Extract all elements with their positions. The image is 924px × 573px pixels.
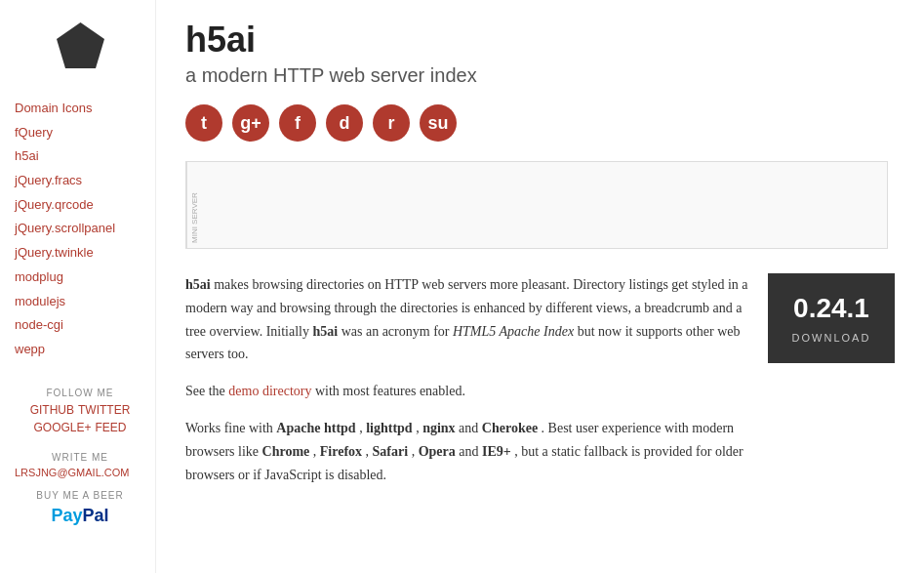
googleplus-icon[interactable]: g+ — [232, 104, 269, 142]
follow-link-twitter[interactable]: TWITTER — [78, 403, 130, 417]
p2-text1: See the — [185, 384, 228, 398]
follow-link-feed[interactable]: FEED — [96, 421, 127, 434]
download-label: DOWNLOAD — [792, 332, 871, 344]
p3-sep1: , — [313, 444, 320, 459]
p3-text1: Works fine with — [185, 421, 276, 435]
facebook-icon[interactable]: f — [279, 104, 316, 142]
p3-sep2: , — [366, 444, 373, 459]
nav-item: jQuery.twinkle — [15, 241, 145, 266]
subtitle: a modern HTTP web server index — [185, 64, 895, 87]
apache-bold: Apache httpd — [276, 421, 355, 435]
nav-link-jquery-fracs[interactable]: jQuery.fracs — [15, 173, 82, 187]
opera-bold: Opera — [419, 444, 456, 459]
beer-label: BUY ME A BEER — [15, 490, 145, 501]
html5-apache-index: HTML5 Apache Index — [453, 324, 574, 339]
paypal-button[interactable]: PayPal — [15, 506, 145, 526]
nav-item: Domain Icons — [15, 97, 145, 121]
delicious-icon[interactable]: d — [326, 104, 363, 142]
chrome-bold: Chrome — [262, 444, 310, 459]
nav-item: jQuery.scrollpanel — [15, 217, 145, 241]
social-icons-row: tg+fdrsu — [185, 104, 895, 142]
paragraph1: h5ai makes browsing directories on HTTP … — [185, 273, 748, 366]
paypal-logo: PayPal — [51, 506, 108, 526]
reddit-icon[interactable]: r — [373, 104, 410, 142]
nav-link-domain-icons[interactable]: Domain Icons — [15, 101, 92, 115]
nav-link-modulejs[interactable]: modulejs — [15, 294, 65, 308]
nav-item: jQuery.fracs — [15, 169, 145, 193]
nginx-bold: nginx — [422, 421, 455, 435]
nav-link-modplug[interactable]: modplug — [15, 269, 63, 284]
pentagon-icon — [54, 20, 107, 73]
nav-link-jquery-qrcode[interactable]: jQuery.qrcode — [15, 197, 94, 212]
nav-item: node-cgi — [15, 313, 145, 338]
lighttpd-bold: lighttpd — [366, 421, 412, 435]
nav-link-h5ai[interactable]: h5ai — [15, 148, 39, 163]
content-text: h5ai makes browsing directories on HTTP … — [185, 273, 748, 500]
safari-bold: Safari — [373, 444, 409, 459]
firefox-bold: Firefox — [320, 444, 362, 459]
p1-text2: was an acronym for — [341, 324, 453, 339]
stumbleupon-icon[interactable]: su — [420, 104, 457, 142]
follow-link-google+[interactable]: GOOGLE+ — [33, 421, 91, 434]
follow-link-github[interactable]: GITHUB — [30, 403, 74, 417]
nav-links: Domain IconsfQueryh5aijQuery.fracsjQuery… — [15, 97, 145, 362]
download-box[interactable]: 0.24.1 DOWNLOAD — [768, 273, 895, 363]
content-body: h5ai makes browsing directories on HTTP … — [185, 273, 895, 500]
nav-link-fquery[interactable]: fQuery — [15, 125, 53, 140]
p2-text2: with most features enabled. — [315, 384, 465, 398]
nav-link-jquery-scrollpanel[interactable]: jQuery.scrollpanel — [15, 221, 115, 235]
download-version: 0.24.1 — [793, 293, 869, 324]
sidebar: Domain IconsfQueryh5aijQuery.fracsjQuery… — [0, 0, 156, 573]
nav-link-jquery-twinkle[interactable]: jQuery.twinkle — [15, 245, 94, 260]
main-content: h5ai a modern HTTP web server index tg+f… — [156, 0, 924, 573]
nav-item: modulejs — [15, 290, 145, 314]
nav-item: modplug — [15, 266, 145, 290]
nav-item: wepp — [15, 338, 145, 362]
p3-and2: and — [459, 444, 482, 459]
nav-link-wepp[interactable]: wepp — [15, 342, 45, 356]
follow-links: GITHUB TWITTER GOOGLE+ FEED — [15, 403, 145, 434]
p3-and: and — [459, 421, 482, 435]
nav-item: fQuery — [15, 121, 145, 145]
p3-sep3: , — [412, 444, 419, 459]
nav-link-node-cgi[interactable]: node-cgi — [15, 317, 63, 332]
ie9-bold: IE9+ — [482, 444, 511, 459]
paragraph2: See the demo directory with most feature… — [185, 380, 748, 403]
twitter-icon[interactable]: t — [185, 104, 222, 142]
paragraph3: Works fine with Apache httpd , lighttpd … — [185, 417, 748, 486]
cherokee-bold: Cherokee — [482, 421, 538, 435]
preview-label: MINI SERVER — [186, 162, 202, 248]
h5ai-bold-1: h5ai — [185, 277, 211, 292]
follow-me-label: FOLLOW ME — [15, 388, 145, 398]
write-me-label: WRITE ME — [15, 452, 145, 463]
nav-item: h5ai — [15, 144, 145, 169]
email-link[interactable]: LRSJNG@GMAIL.COM — [15, 467, 130, 478]
logo — [54, 20, 107, 77]
preview-box: MINI SERVER — [185, 161, 888, 249]
page-title: h5ai — [185, 20, 895, 61]
h5ai-bold-2: h5ai — [312, 324, 338, 339]
demo-directory-link[interactable]: demo directory — [228, 384, 311, 398]
svg-marker-0 — [57, 22, 104, 68]
nav-item: jQuery.qrcode — [15, 193, 145, 218]
